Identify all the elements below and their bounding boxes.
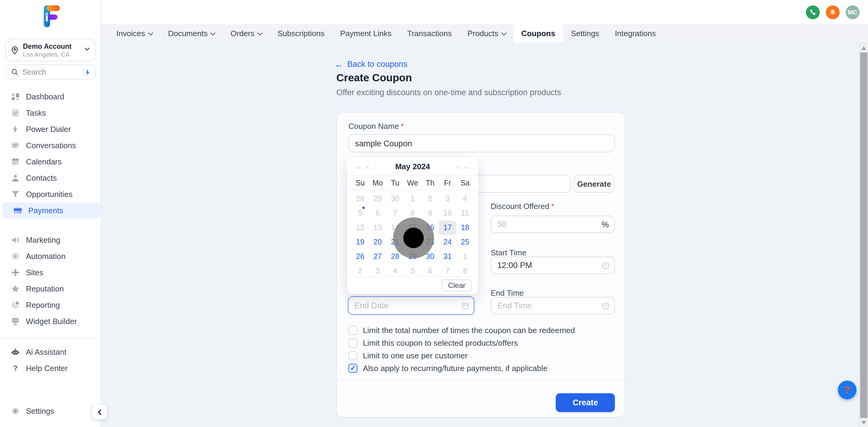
opportunities-icon <box>11 190 20 199</box>
sidebar-item-settings[interactable]: Settings <box>0 403 101 419</box>
checkbox[interactable] <box>348 351 358 360</box>
sidebar-item[interactable]: Ai Assistant <box>0 344 101 360</box>
super-next-icon[interactable]: → <box>461 163 472 170</box>
calendar-day[interactable]: 18 <box>456 221 474 235</box>
nav-tab[interactable]: Subscriptions <box>270 24 332 43</box>
calendar-day[interactable]: 9 <box>421 206 439 221</box>
calendar-day[interactable]: 11 <box>456 206 474 221</box>
nav-tab[interactable]: Documents <box>160 24 223 43</box>
calendar-day[interactable]: 20 <box>369 235 386 249</box>
sidebar-item[interactable]: Opportunities <box>0 186 101 202</box>
calendar-day[interactable]: 6 <box>369 206 386 221</box>
start-time-label: Start Time <box>491 248 527 257</box>
calendar-day[interactable]: 27 <box>369 249 386 264</box>
sidebar-item[interactable]: Reporting <box>0 297 101 313</box>
checkbox-row[interactable]: Also apply to recurring/future payments,… <box>348 363 614 373</box>
nav-tab[interactable]: Transactions <box>399 24 460 43</box>
clear-button[interactable]: Clear <box>441 280 472 292</box>
nav-tab[interactable]: Settings <box>563 24 607 43</box>
calendar-day[interactable]: 19 <box>351 235 369 249</box>
sidebar-item[interactable]: Tasks <box>0 105 101 121</box>
create-button[interactable]: Create <box>556 393 615 412</box>
calendar-day[interactable]: 10 <box>439 206 456 221</box>
calendar-day[interactable]: 4 <box>386 264 404 278</box>
phone-icon <box>809 8 817 16</box>
help-button[interactable]: ? <box>838 381 857 399</box>
nav-tab[interactable]: Products <box>460 24 514 43</box>
location-pin-icon <box>10 45 19 55</box>
calendar-day[interactable]: 24 <box>439 235 456 249</box>
nav-tab[interactable]: Coupons <box>514 24 563 43</box>
calendar-day[interactable]: 5 <box>404 264 421 278</box>
topbar: MC <box>101 0 868 24</box>
sidebar-item[interactable]: Reputation <box>0 281 101 297</box>
calendar-day[interactable]: 1 <box>456 249 474 264</box>
scroll-down-icon[interactable] <box>860 418 868 427</box>
question-icon: ? <box>844 385 850 395</box>
sidebar-item[interactable]: Sites <box>0 264 101 281</box>
nav-tab[interactable]: Payment Links <box>332 24 399 43</box>
sidebar-item[interactable]: Payments <box>2 202 101 219</box>
end-date-input[interactable] <box>348 296 474 315</box>
nav-tab[interactable]: Invoices <box>108 24 160 43</box>
sidebar-item[interactable]: Automation <box>0 248 101 264</box>
nav-tab[interactable]: Orders <box>223 24 270 43</box>
calendar-day[interactable]: 7 <box>386 206 404 221</box>
start-time-input[interactable] <box>491 257 615 274</box>
calendar-day[interactable]: 26 <box>351 249 369 264</box>
discount-input[interactable] <box>491 216 615 233</box>
sidebar-item[interactable]: Conversations <box>0 137 101 154</box>
search-input[interactable]: Search <box>5 64 96 79</box>
super-prev-icon[interactable]: ← <box>353 163 365 170</box>
calendar-day[interactable]: 25 <box>456 235 474 249</box>
sidebar-item[interactable]: Marketing <box>0 232 101 248</box>
collapse-sidebar-button[interactable] <box>92 404 107 420</box>
checkbox[interactable] <box>348 326 358 334</box>
calendar-day[interactable]: 7 <box>439 264 456 278</box>
prev-icon[interactable]: ‹ <box>365 163 371 170</box>
calendar-day[interactable]: 28 <box>351 192 369 206</box>
calendar-day[interactable]: 2 <box>351 264 369 278</box>
calendar-day[interactable]: 2 <box>421 192 439 206</box>
next-icon[interactable]: › <box>454 163 461 170</box>
checkbox-row[interactable]: Limit this coupon to selected products/o… <box>348 338 614 348</box>
calendar-day[interactable]: 3 <box>369 264 386 278</box>
generate-button[interactable]: Generate <box>574 175 614 193</box>
sidebar-item[interactable]: Dashboard <box>0 89 101 105</box>
calendar-day[interactable]: 13 <box>369 221 386 235</box>
calendar-day[interactable]: 31 <box>439 249 456 264</box>
nav-tab[interactable]: Integrations <box>607 24 664 43</box>
calendar-day[interactable]: 12 <box>351 221 369 235</box>
month-title[interactable]: May 2024 <box>371 162 455 171</box>
calendar-day[interactable]: 5 <box>351 206 369 221</box>
calendar-day[interactable]: 8 <box>456 264 474 278</box>
chevron-down-icon <box>501 30 506 35</box>
scroll-up-icon[interactable] <box>860 43 868 53</box>
coupon-name-input[interactable] <box>348 134 615 152</box>
calendar-day[interactable]: 17 <box>439 221 456 235</box>
sidebar-item[interactable]: Widget Builder <box>0 313 101 329</box>
calendar-day[interactable]: 29 <box>369 192 386 206</box>
account-switcher[interactable]: Demo Account Los Angeles, CA <box>5 38 96 61</box>
notifications-button[interactable] <box>826 5 840 19</box>
sidebar-item[interactable]: ? Help Center <box>0 360 101 376</box>
checkbox-row[interactable]: Limit the total number of times the coup… <box>348 325 614 335</box>
calendar-day[interactable]: 6 <box>421 264 439 278</box>
checkbox[interactable] <box>348 338 358 347</box>
sidebar-item[interactable]: Power Dialer <box>0 121 101 137</box>
account-name: Demo Account <box>23 42 71 50</box>
calendar-day[interactable]: 30 <box>386 192 404 206</box>
sidebar-item[interactable]: Contacts <box>0 170 101 186</box>
calendar-day[interactable]: 4 <box>456 192 474 206</box>
scrollbar[interactable] <box>859 43 868 427</box>
scrollbar-thumb[interactable] <box>860 53 867 418</box>
back-to-coupons-link[interactable]: ← Back to coupons <box>335 59 407 69</box>
checkbox[interactable] <box>348 363 358 372</box>
calendar-day[interactable]: 3 <box>439 192 456 206</box>
calendar-day[interactable]: 1 <box>404 192 421 206</box>
checkbox-row[interactable]: Limit to one use per customer <box>348 351 614 360</box>
phone-button[interactable] <box>806 5 820 19</box>
avatar[interactable]: MC <box>846 5 860 19</box>
sidebar-item[interactable]: Calendars <box>0 154 101 170</box>
end-time-input[interactable] <box>491 297 615 315</box>
